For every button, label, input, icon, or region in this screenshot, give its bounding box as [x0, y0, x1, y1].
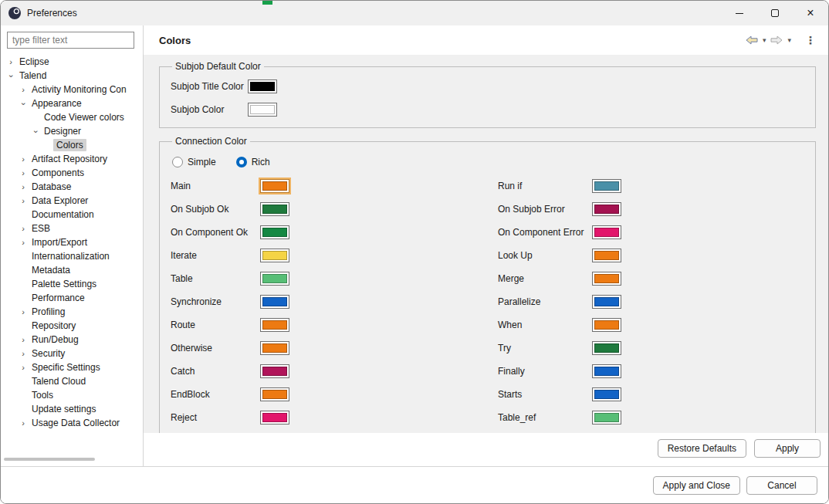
tree-item-palette-settings[interactable]: Palette Settings — [1, 277, 143, 291]
preferences-window: Preferences × ›Eclipse›Talend›Activity M… — [0, 0, 829, 504]
tree-item-label: Activity Monitoring Con — [29, 83, 130, 96]
tree-item-data-explorer[interactable]: ›Data Explorer — [1, 194, 143, 208]
color-swatch — [262, 228, 287, 237]
tree-item-talend-cloud[interactable]: Talend Cloud — [1, 374, 143, 388]
color-swatch — [250, 82, 275, 91]
tree-item-artifact-repository[interactable]: ›Artifact Repository — [1, 152, 143, 166]
radio-rich[interactable]: Rich — [236, 157, 270, 167]
on-component-ok-color-button[interactable] — [260, 225, 289, 239]
tree-item-label: Performance — [29, 292, 88, 304]
color-swatch — [262, 274, 287, 283]
color-row-try: Try — [498, 337, 621, 360]
look-up-color-button[interactable] — [592, 249, 621, 262]
filter-input[interactable] — [7, 32, 134, 49]
subjob-title-color-color-button[interactable] — [248, 79, 277, 93]
reject-color-button[interactable] — [260, 411, 289, 425]
apply-and-close-button[interactable]: Apply and Close — [653, 476, 740, 495]
tree-item-components[interactable]: ›Components — [1, 166, 143, 180]
subjob-color-color-button[interactable] — [248, 103, 277, 117]
tree-item-update-settings[interactable]: Update settings — [1, 402, 143, 416]
finally-color-button[interactable] — [592, 364, 621, 378]
on-component-error-color-button[interactable] — [592, 225, 621, 239]
titlebar[interactable]: Preferences × — [1, 1, 828, 25]
forward-dropdown-icon[interactable]: ▾ — [787, 36, 792, 44]
tree-item-repository[interactable]: Repository — [1, 319, 143, 333]
chevron-expanded-icon[interactable]: › — [7, 70, 15, 81]
main-color-button[interactable] — [260, 179, 289, 193]
back-button[interactable] — [744, 34, 760, 46]
on-subjob-ok-color-button[interactable] — [260, 202, 289, 216]
view-menu-icon[interactable]: ⋮ — [802, 34, 819, 46]
chevron-collapsed-icon[interactable]: › — [18, 238, 29, 247]
table-ref-color-button[interactable] — [592, 411, 621, 425]
tree-item-label: Metadata — [29, 264, 73, 276]
tree-item-eclipse[interactable]: ›Eclipse — [1, 55, 143, 69]
chevron-collapsed-icon[interactable]: › — [18, 155, 29, 164]
chevron-collapsed-icon[interactable]: › — [18, 308, 29, 316]
chevron-expanded-icon[interactable]: › — [19, 98, 28, 109]
color-row-on-subjob-ok: On Subjob Ok — [171, 198, 487, 221]
horizontal-scrollbar[interactable] — [4, 457, 135, 462]
connection-group-title: Connection Color — [172, 136, 250, 147]
horizontal-scrollbar-thumb[interactable] — [4, 458, 95, 461]
chevron-collapsed-icon[interactable]: › — [18, 364, 29, 372]
chevron-collapsed-icon[interactable]: › — [5, 58, 16, 66]
tree-item-specific-settings[interactable]: ›Specific Settings — [1, 360, 143, 374]
tree-item-performance[interactable]: Performance — [1, 291, 143, 305]
route-color-button[interactable] — [260, 318, 289, 332]
back-dropdown-icon[interactable]: ▾ — [762, 36, 767, 44]
parallelize-color-button[interactable] — [592, 295, 621, 309]
tree-item-usage-data-collector[interactable]: ›Usage Data Collector — [1, 416, 143, 430]
chevron-collapsed-icon[interactable]: › — [18, 225, 29, 233]
tree-item-database[interactable]: ›Database — [1, 180, 143, 194]
starts-color-button[interactable] — [592, 387, 621, 401]
tree-item-internationalization[interactable]: Internationalization — [1, 249, 143, 263]
run-if-color-button[interactable] — [592, 179, 621, 193]
color-label: Route — [171, 320, 260, 330]
synchronize-color-button[interactable] — [260, 295, 289, 309]
tree-item-import-export[interactable]: ›Import/Export — [1, 235, 143, 249]
iterate-color-button[interactable] — [260, 249, 289, 262]
chevron-collapsed-icon[interactable]: › — [18, 419, 29, 428]
tree-item-designer[interactable]: ›Designer — [1, 124, 143, 138]
apply-button[interactable]: Apply — [754, 439, 821, 458]
tree-item-code-viewer-colors[interactable]: Code Viewer colors — [1, 110, 143, 124]
chevron-collapsed-icon[interactable]: › — [18, 169, 29, 178]
merge-color-button[interactable] — [592, 272, 621, 286]
cancel-button[interactable]: Cancel — [746, 476, 817, 495]
tree-item-run-debug[interactable]: ›Run/Debug — [1, 333, 143, 347]
on-subjob-error-color-button[interactable] — [592, 202, 621, 216]
radio-simple[interactable]: Simple — [172, 157, 216, 167]
endblock-color-button[interactable] — [260, 387, 289, 401]
tree-item-colors[interactable]: Colors — [1, 138, 143, 152]
tree-item-metadata[interactable]: Metadata — [1, 263, 143, 277]
table-color-button[interactable] — [260, 272, 289, 286]
try-color-button[interactable] — [592, 341, 621, 355]
tree-item-profiling[interactable]: ›Profiling — [1, 305, 143, 319]
chevron-collapsed-icon[interactable]: › — [18, 350, 29, 358]
maximize-button[interactable] — [757, 1, 793, 25]
chevron-expanded-icon[interactable]: › — [32, 126, 40, 137]
otherwise-color-button[interactable] — [260, 341, 289, 355]
tree-item-label: Import/Export — [29, 236, 90, 249]
catch-color-button[interactable] — [260, 364, 289, 378]
tree-item-talend[interactable]: ›Talend — [1, 69, 143, 83]
tree-item-activity-monitoring-con[interactable]: ›Activity Monitoring Con — [1, 83, 143, 96]
minimize-button[interactable] — [722, 1, 757, 25]
tree-item-appearance[interactable]: ›Appearance — [1, 96, 143, 110]
forward-button[interactable] — [769, 34, 784, 46]
chevron-collapsed-icon[interactable]: › — [18, 336, 29, 344]
close-button[interactable]: × — [793, 1, 828, 25]
tree-item-documentation[interactable]: Documentation — [1, 208, 143, 222]
chevron-collapsed-icon[interactable]: › — [18, 197, 29, 205]
color-swatch — [262, 390, 287, 399]
tree-item-tools[interactable]: Tools — [1, 388, 143, 402]
restore-defaults-button[interactable]: Restore Defaults — [658, 439, 746, 458]
color-swatch — [594, 413, 619, 422]
chevron-collapsed-icon[interactable]: › — [18, 86, 29, 94]
color-label: Synchronize — [171, 296, 260, 307]
chevron-collapsed-icon[interactable]: › — [18, 183, 29, 191]
tree-item-security[interactable]: ›Security — [1, 347, 143, 360]
when-color-button[interactable] — [592, 318, 621, 332]
tree-item-esb[interactable]: ›ESB — [1, 222, 143, 235]
